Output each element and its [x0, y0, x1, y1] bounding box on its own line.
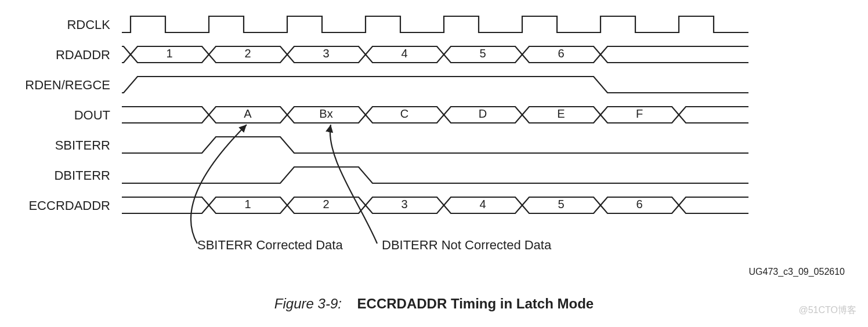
wave-dout: [122, 107, 748, 123]
svg-text:2: 2: [244, 47, 251, 60]
svg-text:3: 3: [401, 198, 407, 210]
arrow-sbiterr: [191, 125, 247, 244]
arrow-dbiterr: [330, 125, 377, 244]
svg-text:1: 1: [244, 198, 251, 210]
svg-text:6: 6: [636, 198, 642, 210]
wave-dbiterr: [122, 167, 748, 183]
svg-text:1: 1: [166, 47, 172, 60]
svg-text:C: C: [400, 107, 408, 120]
waveform-svg: 1 2 3 4 5 6 A Bx C D E F 1 2 3 4 5 6: [0, 0, 868, 327]
svg-text:E: E: [557, 107, 565, 120]
wave-eccrdaddr: [122, 197, 748, 213]
svg-text:4: 4: [479, 198, 486, 210]
svg-text:Bx: Bx: [319, 107, 332, 120]
wave-rdaddr: [122, 46, 748, 63]
wave-sbiterr: [122, 137, 748, 153]
svg-text:5: 5: [558, 198, 564, 210]
wave-rden: [122, 77, 748, 93]
svg-text:D: D: [479, 107, 487, 120]
svg-text:6: 6: [558, 47, 564, 60]
timing-diagram: RDCLK RDADDR RDEN/REGCE DOUT SBITERR DBI…: [0, 0, 868, 327]
svg-text:5: 5: [479, 47, 486, 60]
svg-text:2: 2: [323, 198, 329, 210]
svg-text:4: 4: [401, 47, 407, 60]
svg-text:A: A: [244, 107, 252, 120]
svg-text:F: F: [636, 107, 643, 120]
svg-text:3: 3: [323, 47, 329, 60]
wave-rdclk: [122, 16, 748, 32]
